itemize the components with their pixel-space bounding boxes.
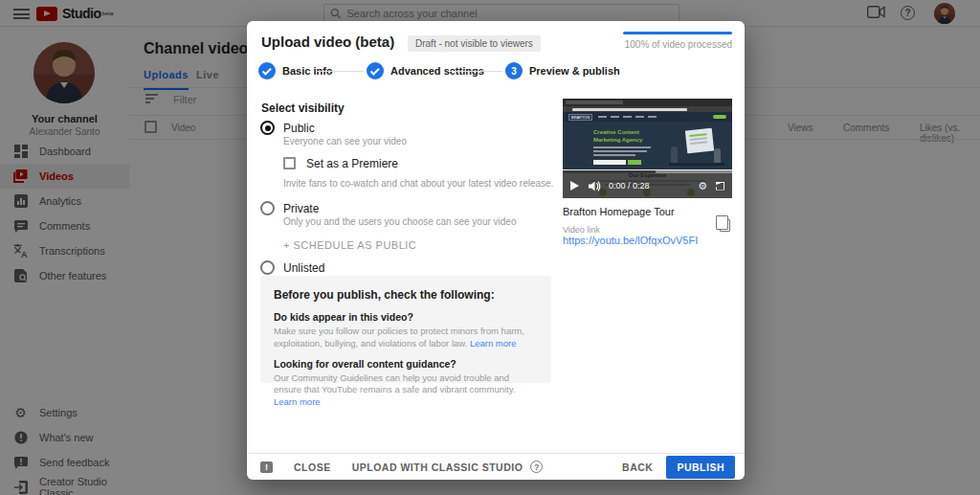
radio-public[interactable] [260, 121, 275, 135]
browser-tab-bar [563, 99, 732, 106]
hero-email-input [593, 160, 626, 165]
unlisted-label[interactable]: Unlisted [283, 261, 324, 275]
processing-progress-bar [623, 32, 732, 34]
feedback-bubble-icon[interactable]: ! [260, 461, 273, 473]
before-publish-notice: Before you publish, check the following:… [260, 276, 551, 383]
hero-title: Creative Content Marketing Agency [593, 129, 653, 144]
step-complete-check-icon [258, 62, 276, 79]
learn-more-link[interactable]: Learn more [470, 338, 517, 349]
notice-section-title: Do kids appear in this video? [274, 311, 538, 323]
fullscreen-icon[interactable] [716, 182, 724, 191]
schedule-as-public-link[interactable]: + SCHEDULE AS PUBLIC [283, 239, 416, 251]
draft-status-badge: Draft - not visible to viewers [408, 35, 541, 52]
video-link-label: Video link [563, 225, 732, 235]
video-link[interactable]: https://youtu.be/lOfqxOvV5FI [563, 235, 698, 246]
close-button[interactable]: CLOSE [294, 461, 331, 473]
hero-submit-button [628, 160, 641, 165]
step-complete-check-icon [367, 62, 384, 79]
notice-heading: Before you publish, check the following: [274, 288, 538, 302]
learn-more-link[interactable]: Learn more [274, 396, 321, 407]
copy-link-icon[interactable] [720, 219, 730, 232]
player-settings-icon[interactable]: ⚙ [698, 180, 707, 192]
select-visibility-heading: Select visibility [261, 101, 345, 115]
step-label: Preview & publish [529, 65, 620, 77]
thumbnail-nav-links [598, 116, 713, 118]
publish-button[interactable]: PUBLISH [666, 456, 735, 479]
classic-studio-help-icon[interactable]: ? [530, 461, 543, 473]
private-label[interactable]: Private [283, 202, 319, 215]
upload-with-classic-studio-button[interactable]: UPLOAD WITH CLASSIC STUDIO [352, 461, 523, 473]
radio-unlisted[interactable] [260, 260, 275, 275]
play-icon[interactable] [570, 181, 579, 191]
youtube-studio-app: Studio beta ? Your channel Alexander San… [0, 0, 980, 495]
step-number-badge: 3 [505, 62, 523, 79]
notice-section-body: Our Community Guidelines can help you av… [274, 372, 538, 409]
hero-illustration [669, 127, 724, 166]
preview-video-title: Brafton Homepage Tour [563, 206, 732, 217]
upload-video-modal: Upload video (beta) Draft - not visible … [247, 21, 745, 480]
volume-icon[interactable] [589, 181, 601, 191]
processing-label: 100% of video processed [625, 39, 732, 50]
notice-section-body: Make sure you follow our policies to pro… [274, 326, 538, 350]
notice-body-text: Our Community Guidelines can help you av… [274, 372, 515, 395]
video-player[interactable]: BRAFTON Creative Content Marketing Agenc… [563, 99, 732, 198]
player-controls: 0:00 / 0:28 ⚙ [563, 173, 732, 198]
video-preview-card: BRAFTON Creative Content Marketing Agenc… [563, 99, 732, 246]
private-description: Only you and the users you choose can se… [283, 216, 516, 227]
public-label[interactable]: Public [283, 122, 315, 135]
browser-address-bar [563, 106, 732, 112]
notice-section-title: Looking for overall content guidance? [274, 358, 538, 370]
thumbnail-hero: Creative Content Marketing Agency [563, 122, 732, 169]
step-connector [450, 71, 502, 72]
thumbnail-site-nav: BRAFTON [563, 112, 732, 122]
modal-title: Upload video (beta) [261, 34, 394, 50]
step-preview-publish[interactable]: 3 Preview & publish [505, 62, 620, 79]
step-connector [316, 71, 364, 72]
premiere-description: Invite fans to co-watch and chat about y… [283, 178, 553, 189]
premiere-label[interactable]: Set as a Premiere [306, 157, 398, 170]
thumbnail-cta-button [713, 115, 726, 119]
radio-private[interactable] [260, 201, 275, 215]
time-display: 0:00 / 0:28 [609, 181, 650, 191]
back-button[interactable]: BACK [622, 461, 653, 473]
premiere-checkbox[interactable] [283, 157, 296, 169]
brafton-logo: BRAFTON [568, 114, 592, 121]
public-description: Everyone can see your video [283, 136, 407, 146]
modal-footer: ! CLOSE UPLOAD WITH CLASSIC STUDIO ? BAC… [247, 453, 745, 480]
